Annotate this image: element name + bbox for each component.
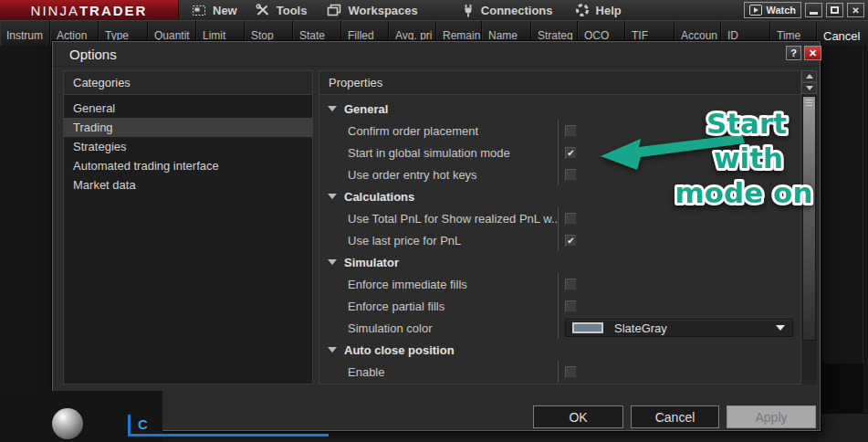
- checkbox-use-last-price-for-pnl[interactable]: ✔: [565, 235, 577, 247]
- dialog-close-button[interactable]: ✕: [804, 46, 821, 60]
- properties-header: Properties: [319, 71, 800, 95]
- properties-scrollbar: [801, 70, 817, 384]
- watch-button[interactable]: Watch: [744, 2, 801, 18]
- menu-item-connections[interactable]: Connections: [462, 4, 553, 17]
- scroll-down-button[interactable]: [801, 82, 817, 94]
- categories-header: Categories: [64, 71, 312, 95]
- color-swatch: [572, 322, 603, 333]
- menu-item-label: Workspaces: [348, 4, 417, 17]
- checkbox-use-total-pnl-for-show-realized-pnl-w[interactable]: [565, 213, 577, 225]
- property-value-cell: [558, 120, 800, 142]
- collapse-arrow-icon: [328, 194, 337, 199]
- section-title: Simulator: [344, 256, 399, 269]
- menu-item-tools[interactable]: Tools: [256, 4, 308, 17]
- collapse-arrow-icon: [328, 259, 337, 265]
- menu-item-new[interactable]: New: [192, 4, 237, 17]
- property-row-start-in-global-simulation-mode: Start in global simulation mode✔: [319, 142, 800, 163]
- property-label: Enforce immediate fills: [348, 278, 558, 291]
- section-title: General: [344, 102, 388, 116]
- property-label: Start in global simulation mode: [348, 146, 558, 160]
- ok-button[interactable]: OK: [533, 405, 623, 428]
- bottom-tab-label: C: [138, 416, 148, 432]
- property-value-cell: ✔: [558, 142, 800, 163]
- dropdown-value: SlateGray: [614, 321, 667, 335]
- property-value-cell: [558, 163, 800, 185]
- menu-item-label: Tools: [277, 4, 308, 17]
- maximize-icon: [831, 6, 839, 14]
- checkbox-confirm-order-placement[interactable]: [565, 125, 577, 137]
- apply-button[interactable]: Apply: [727, 405, 816, 428]
- properties-panel: Properties GeneralConfirm order placemen…: [319, 70, 801, 384]
- property-row-simulation-color: Simulation colorSlateGray: [319, 317, 800, 339]
- ninjatrader-window: NINJATRADER NewToolsWorkspacesConnection…: [0, 0, 868, 442]
- property-row-use-total-pnl-for-show-realized-pnl-w: Use Total PnL for Show realized PnL w...: [319, 207, 800, 229]
- property-value-cell: [558, 207, 800, 229]
- property-label: Simulation color: [348, 321, 558, 335]
- column-header-cancel[interactable]: Cancel: [817, 21, 868, 46]
- checkmark-icon: ✔: [567, 148, 574, 158]
- category-item-automated-trading-interface[interactable]: Automated trading interface: [64, 156, 312, 175]
- cancel-button[interactable]: Cancel: [631, 405, 719, 428]
- categories-panel: Categories GeneralTradingStrategiesAutom…: [63, 70, 313, 384]
- arrow-down-icon: [806, 86, 813, 90]
- bottom-tab[interactable]: C: [128, 415, 329, 437]
- property-row-enforce-partial-fills: Enforce partial fills: [319, 295, 800, 317]
- property-row-use-order-entry-hot-keys: Use order entry hot keys: [319, 163, 800, 185]
- watch-play-icon: [749, 5, 762, 16]
- collapse-arrow-icon: [328, 106, 337, 111]
- property-value-cell: ✔: [558, 229, 800, 251]
- collapse-arrow-icon: [328, 347, 337, 353]
- menu-item-help[interactable]: Help: [575, 3, 622, 17]
- menu-item-label: New: [213, 4, 237, 17]
- section-header-calculations[interactable]: Calculations: [319, 185, 800, 207]
- maximize-button[interactable]: [826, 3, 843, 17]
- section-header-general[interactable]: General: [319, 98, 800, 120]
- window-controls: Watch ✕: [744, 2, 864, 18]
- scrollbar-grip-icon: [806, 100, 812, 107]
- category-item-trading[interactable]: Trading: [64, 118, 312, 137]
- dialog-help-button[interactable]: ?: [786, 46, 801, 60]
- watch-label: Watch: [766, 5, 796, 16]
- menu-item-workspaces[interactable]: Workspaces: [327, 4, 417, 17]
- options-dialog: Options ? ✕ Categories GeneralTradingStr…: [52, 41, 821, 431]
- property-label: Enforce partial fills: [348, 300, 558, 313]
- arrow-up-icon: [806, 74, 813, 79]
- menu-item-label: Connections: [481, 4, 553, 17]
- new-window-icon: [192, 4, 206, 16]
- scrollbar-track[interactable]: [801, 94, 817, 384]
- property-label: Use order entry hot keys: [348, 168, 558, 182]
- scroll-up-button[interactable]: [801, 70, 817, 82]
- property-row-enable: Enable: [319, 361, 800, 383]
- checkbox-enforce-partial-fills[interactable]: [565, 300, 577, 312]
- workspaces-icon: [327, 4, 341, 16]
- checkbox-use-order-entry-hot-keys[interactable]: [565, 169, 577, 181]
- property-label: Use last price for PnL: [348, 234, 558, 247]
- category-item-market-data[interactable]: Market data: [64, 175, 312, 195]
- checkmark-icon: ✔: [567, 236, 574, 246]
- section-header-auto-close-position[interactable]: Auto close position: [319, 339, 800, 361]
- tools-icon: [256, 4, 270, 16]
- category-item-strategies[interactable]: Strategies: [64, 137, 312, 156]
- checkbox-enforce-immediate-fills[interactable]: [565, 279, 577, 290]
- dialog-title: Options: [69, 47, 117, 62]
- help-icon: [575, 3, 590, 17]
- section-title: Calculations: [344, 190, 414, 204]
- minimize-button[interactable]: [805, 3, 822, 17]
- property-row-enforce-immediate-fills: Enforce immediate fills: [319, 273, 800, 295]
- close-window-button[interactable]: ✕: [847, 3, 864, 17]
- section-header-simulator[interactable]: Simulator: [319, 251, 800, 273]
- background-panel: [822, 363, 863, 414]
- column-header-instrum[interactable]: Instrum: [0, 21, 50, 46]
- logo-text-ninja: NINJA: [31, 3, 79, 18]
- category-item-general[interactable]: General: [64, 99, 312, 118]
- menu-item-label: Help: [596, 4, 622, 17]
- simulation-color-dropdown[interactable]: SlateGray: [565, 319, 793, 337]
- scrollbar-thumb[interactable]: [802, 96, 816, 341]
- property-label: Use Total PnL for Show realized PnL w...: [348, 212, 558, 226]
- checkbox-enable[interactable]: [565, 366, 577, 378]
- property-value-cell: [558, 273, 800, 295]
- connection-status-orb-icon: [52, 408, 83, 439]
- checkbox-start-in-global-simulation-mode[interactable]: ✔: [565, 147, 577, 159]
- dialog-title-bar: Options: [53, 42, 820, 67]
- property-row-confirm-order-placement: Confirm order placement: [319, 120, 800, 142]
